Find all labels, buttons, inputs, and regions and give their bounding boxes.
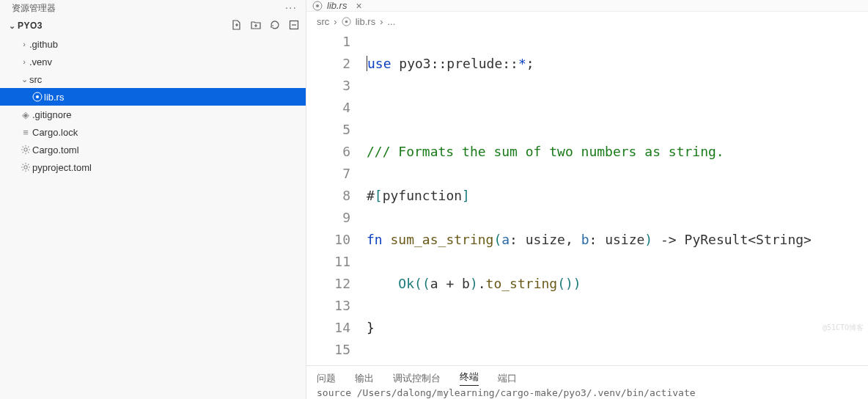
rust-file-icon: [312, 1, 323, 11]
tree-folder-venv[interactable]: ›.venv: [0, 53, 306, 70]
svg-point-4: [24, 166, 27, 169]
explorer-title: 资源管理器: [12, 2, 285, 15]
lines-icon: ≡: [19, 127, 32, 138]
tree-file-pyproject[interactable]: pyproject.toml: [0, 158, 306, 176]
file-tree: ›.github ›.venv ⌄src lib.rs ◈.gitignore …: [0, 35, 306, 176]
tab-name[interactable]: lib.rs: [327, 0, 347, 11]
breadcrumb-seg: lib.rs: [356, 16, 375, 27]
code-content[interactable]: use pyo3::prelude::*; /// Formats the su…: [364, 31, 868, 365]
svg-point-8: [345, 20, 347, 23]
explorer-header: 资源管理器 ···: [0, 0, 306, 16]
explorer-sidebar: 资源管理器 ··· ⌄ PYO3 ›.github ›.venv ⌄src li…: [0, 0, 306, 399]
svg-point-3: [24, 148, 27, 151]
tree-file-cargolock[interactable]: ≡Cargo.lock: [0, 123, 306, 141]
project-actions: [231, 19, 300, 33]
tree-folder-github[interactable]: ›.github: [0, 35, 306, 53]
rust-file-icon: [31, 92, 44, 102]
new-folder-icon[interactable]: [250, 19, 262, 33]
panel-tab-ports[interactable]: 端口: [498, 372, 517, 385]
close-icon[interactable]: ×: [351, 0, 366, 12]
tabs-bar: lib.rs ×: [306, 0, 868, 12]
tree-file-gitignore[interactable]: ◈.gitignore: [0, 106, 306, 123]
gear-icon: [19, 144, 32, 155]
chevron-right-icon: ›: [334, 16, 336, 27]
editor-area: lib.rs × src › lib.rs › ... 123456789101…: [306, 0, 868, 399]
terminal-output[interactable]: source /Users/dalong/mylearning/cargo-ma…: [306, 386, 868, 399]
more-icon[interactable]: ···: [285, 1, 297, 15]
breadcrumb[interactable]: src › lib.rs › ...: [306, 12, 868, 31]
tree-file-cargotoml[interactable]: Cargo.toml: [0, 141, 306, 158]
watermark: @51CTO博客: [823, 317, 864, 339]
svg-point-2: [36, 95, 39, 98]
project-row[interactable]: ⌄ PYO3: [0, 16, 306, 35]
breadcrumb-seg: src: [317, 16, 329, 27]
collapse-icon[interactable]: [288, 19, 300, 33]
panel-tabs: 问题 输出 调试控制台 终端 端口: [306, 365, 868, 386]
panel-tab-problems[interactable]: 问题: [317, 372, 336, 385]
chevron-right-icon: ›: [380, 16, 383, 27]
breadcrumb-seg: ...: [387, 16, 395, 27]
rust-file-icon: [342, 17, 351, 26]
new-file-icon[interactable]: [231, 19, 243, 33]
gear-icon: [19, 162, 32, 172]
tree-file-librs[interactable]: lib.rs: [0, 88, 306, 106]
svg-point-6: [316, 4, 319, 7]
chevron-down-icon: ⌄: [7, 21, 18, 31]
chevron-right-icon: ›: [19, 57, 29, 66]
refresh-icon[interactable]: [269, 19, 281, 33]
gutter: 123456789101112131415: [306, 31, 364, 365]
chevron-right-icon: ›: [19, 40, 29, 48]
project-name: PYO3: [18, 21, 231, 31]
panel-tab-debug[interactable]: 调试控制台: [393, 372, 441, 385]
panel-tab-output[interactable]: 输出: [355, 372, 374, 385]
panel-tab-terminal[interactable]: 终端: [460, 370, 479, 386]
chevron-down-icon: ⌄: [19, 75, 29, 84]
tree-folder-src[interactable]: ⌄src: [0, 70, 306, 88]
gitignore-icon: ◈: [19, 109, 32, 120]
code-editor[interactable]: 123456789101112131415 use pyo3::prelude:…: [306, 31, 868, 365]
